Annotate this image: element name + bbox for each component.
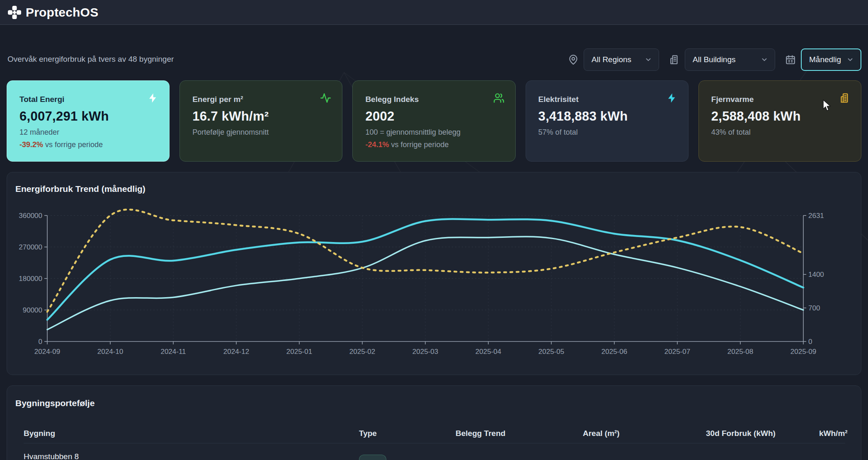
- kpi-card-total-energi: Total Energi 6,007,291 kWh 12 måneder -3…: [7, 80, 170, 162]
- type-badge: [359, 455, 386, 460]
- x-axis-label: 2025-08: [727, 348, 753, 356]
- kpi-value: 16.7 kWh/m²: [192, 109, 269, 124]
- users-icon: [493, 92, 504, 105]
- app-header: ProptechOS: [0, 0, 868, 25]
- column-header-belegg-trend: Belegg Trend: [456, 429, 505, 438]
- y-axis-label-right: 1400: [808, 271, 824, 278]
- brand-name: ProptechOS: [26, 5, 98, 19]
- lightning-icon: [147, 92, 158, 105]
- y-axis-label-left: 0: [39, 338, 42, 346]
- building-portfolio-panel: Bygningsportefølje Bygning Type Belegg T…: [7, 385, 861, 460]
- kpi-subtext: 43% of total: [711, 128, 751, 137]
- kpi-title: Total Energi: [19, 95, 64, 104]
- kpi-subtext: 100 = gjennomsnittlig belegg: [365, 128, 461, 137]
- kpi-delta-line: -24.1% vs forrige periode: [365, 140, 449, 149]
- y-axis-label-left: 270000: [19, 243, 42, 251]
- calendar-icon: [785, 54, 796, 65]
- activity-icon: [320, 92, 331, 105]
- kpi-value: 2,588,408 kWh: [711, 109, 801, 124]
- kpi-value: 6,007,291 kWh: [19, 109, 109, 124]
- column-header-30d-forbruk: 30d Forbruk (kWh): [706, 429, 776, 438]
- kpi-value: 2002: [365, 109, 394, 124]
- x-axis-label: 2025-07: [664, 348, 690, 356]
- x-axis-label: 2025-04: [475, 348, 501, 356]
- table-row[interactable]: Hvamstubben 8: [24, 452, 79, 460]
- building-icon: [839, 92, 850, 105]
- kpi-subtext: 12 måneder: [19, 128, 59, 137]
- x-axis-label: 2025-02: [349, 348, 375, 356]
- map-pin-icon: [568, 54, 579, 65]
- chart-title: Energiforbruk Trend (månedlig): [15, 184, 145, 194]
- building-filter-dropdown[interactable]: All Buildings: [685, 48, 775, 71]
- kpi-delta-suffix: vs forrige periode: [43, 140, 103, 149]
- region-filter-value: All Regions: [592, 55, 631, 64]
- x-axis-label: 2025-03: [412, 348, 438, 356]
- energy-trend-panel: Energiforbruk Trend (månedlig) 090000180…: [7, 172, 861, 375]
- chevron-down-icon: [846, 56, 854, 63]
- page-subtitle: Overvåk energiforbruk på tvers av 48 byg…: [7, 55, 174, 64]
- lightning-icon: [666, 92, 677, 105]
- filter-bar: All Regions All Buildings Månedlig: [568, 48, 861, 71]
- kpi-title: Energi per m²: [192, 95, 243, 104]
- column-header-bygning: Bygning: [24, 429, 55, 438]
- kpi-card-belegg-indeks: Belegg Indeks 2002 100 = gjennomsnittlig…: [352, 80, 515, 162]
- kpi-delta: -24.1%: [365, 140, 389, 149]
- x-axis-label: 2024-12: [223, 348, 249, 356]
- energy-trend-chart[interactable]: 0900001800002700003600000700140026312024…: [7, 172, 862, 375]
- chevron-down-icon: [645, 56, 652, 63]
- buildings-icon: [669, 54, 680, 65]
- y-axis-label-right: 0: [808, 338, 812, 346]
- y-axis-label-right: 700: [808, 304, 820, 312]
- kpi-subtext: Portefølje gjennomsnitt: [192, 128, 269, 137]
- y-axis-label-right: 2631: [808, 212, 824, 220]
- y-axis-label-left: 180000: [19, 275, 42, 283]
- x-axis-label: 2024-11: [160, 348, 186, 356]
- x-axis-label: 2025-09: [790, 348, 816, 356]
- kpi-title: Belegg Indeks: [365, 95, 419, 104]
- brand-logo[interactable]: ProptechOS: [7, 5, 98, 19]
- kpi-subtext: 57% of total: [538, 128, 578, 137]
- kpi-title: Fjernvarme: [711, 95, 754, 104]
- column-header-kwh-m2: kWh/m²: [819, 429, 848, 438]
- y-axis-label-left: 360000: [19, 212, 42, 220]
- chevron-down-icon: [761, 56, 768, 63]
- region-filter-dropdown[interactable]: All Regions: [584, 48, 659, 71]
- kpi-card-row: Total Energi 6,007,291 kWh 12 måneder -3…: [7, 80, 861, 162]
- column-header-type: Type: [359, 429, 377, 438]
- y-axis-label-left: 90000: [23, 306, 42, 314]
- kpi-card-energi-per-m2: Energi per m² 16.7 kWh/m² Portefølje gje…: [179, 80, 342, 162]
- x-axis-label: 2024-10: [97, 348, 123, 356]
- period-filter-dropdown[interactable]: Månedlig: [801, 48, 861, 71]
- kpi-card-elektrisitet: Elektrisitet 3,418,883 kWh 57% of total: [526, 80, 689, 162]
- period-filter-value: Månedlig: [809, 55, 841, 64]
- proptechos-logo-icon: [7, 5, 22, 19]
- kpi-title: Elektrisitet: [538, 95, 579, 104]
- kpi-value: 3,418,883 kWh: [538, 109, 628, 124]
- table-header-divider: [24, 443, 845, 443]
- x-axis-label: 2025-05: [538, 348, 564, 356]
- table-heading: Bygningsportefølje: [15, 398, 95, 408]
- kpi-delta-line: -39.2% vs forrige periode: [19, 140, 103, 149]
- building-filter-value: All Buildings: [693, 55, 736, 64]
- column-header-areal: Areal (m²): [583, 429, 620, 438]
- kpi-card-fjernvarme: Fjernvarme 2,588,408 kWh 43% of total: [698, 80, 861, 162]
- x-axis-label: 2025-01: [286, 348, 312, 356]
- x-axis-label: 2025-06: [601, 348, 627, 356]
- x-axis-label: 2024-09: [34, 348, 60, 356]
- kpi-delta: -39.2%: [19, 140, 43, 149]
- kpi-delta-suffix: vs forrige periode: [389, 140, 449, 149]
